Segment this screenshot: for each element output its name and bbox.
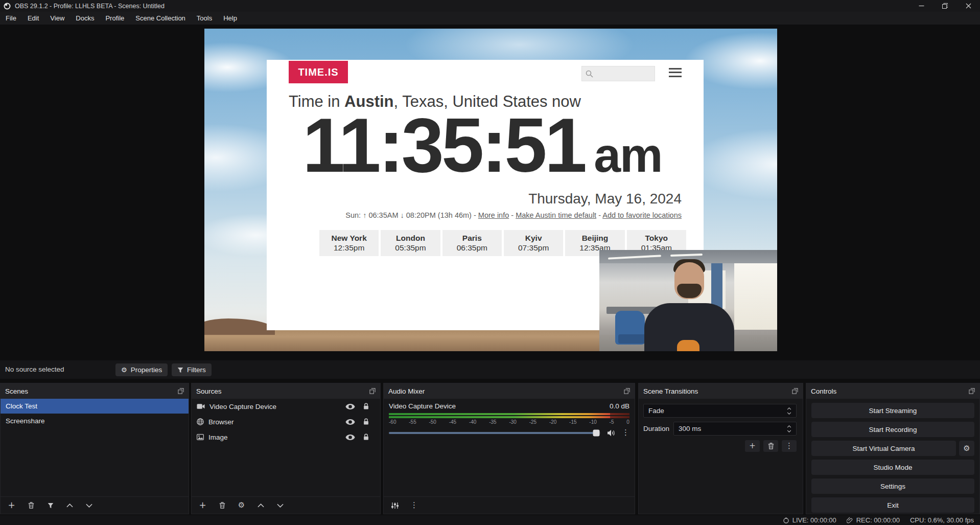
clock-time: 11:35:51 xyxy=(302,102,585,188)
add-source-button[interactable]: + xyxy=(196,499,209,512)
move-scene-down-button[interactable] xyxy=(82,499,96,512)
volume-slider[interactable] xyxy=(389,432,600,434)
mixer-menu-button[interactable]: ⋮ xyxy=(407,499,421,512)
restore-button[interactable] xyxy=(933,0,956,12)
separator: - xyxy=(596,211,602,219)
rec-status: REC: 00:00:00 xyxy=(847,516,900,524)
exit-button[interactable]: Exit xyxy=(811,497,974,513)
menu-item-edit[interactable]: Edit xyxy=(22,12,44,25)
city-time: 07:35pm xyxy=(504,243,563,253)
volume-slider-handle[interactable] xyxy=(593,429,599,436)
office-window xyxy=(734,263,777,330)
hamburger-menu-icon xyxy=(669,68,682,77)
filters-button[interactable]: Filters xyxy=(172,363,212,376)
start-virtual-camera-button[interactable]: Start Virtual Camera xyxy=(811,441,956,456)
properties-label: Properties xyxy=(131,366,162,374)
menu-bar: File Edit View Docks Profile Scene Colle… xyxy=(0,12,980,25)
transitions-toolbar: + ⋮ xyxy=(745,440,797,452)
audio-mixer-header[interactable]: Audio Mixer xyxy=(384,383,635,399)
move-source-down-button[interactable] xyxy=(273,499,287,512)
source-item-browser[interactable]: Browser xyxy=(192,414,380,429)
filters-label: Filters xyxy=(187,366,206,374)
move-scene-up-button[interactable] xyxy=(63,499,77,512)
settings-button[interactable]: Settings xyxy=(811,478,974,494)
source-item-video-capture[interactable]: Video Capture Device xyxy=(192,399,380,414)
status-bar: LIVE: 00:00:00 REC: 00:00:00 CPU: 0.6%, … xyxy=(0,515,980,525)
source-item-image[interactable]: Image xyxy=(192,429,380,445)
lock-icon[interactable] xyxy=(363,418,369,425)
title-bar: OBS 29.1.2 - Profile: LLHLS BETA - Scene… xyxy=(0,0,980,12)
source-label: Image xyxy=(208,433,228,441)
live-timer: LIVE: 00:00:00 xyxy=(792,516,836,524)
transition-select[interactable]: Fade xyxy=(643,404,797,418)
webcam-person-shirt xyxy=(677,340,699,351)
scene-transitions-header[interactable]: Scene Transitions xyxy=(639,383,803,399)
scene-item-screenshare[interactable]: Screenshare xyxy=(1,414,189,428)
dock-popout-icon[interactable] xyxy=(969,388,975,394)
preview-area: TIME.IS Time in Austin, Texas, United St… xyxy=(0,25,980,359)
scene-filters-button[interactable] xyxy=(43,499,57,512)
visibility-eye-icon[interactable] xyxy=(345,403,355,410)
scene-item-clock-test[interactable]: Clock Test xyxy=(1,399,189,414)
dock-popout-icon[interactable] xyxy=(624,388,630,394)
audio-mixer-toolbar: ⋮ xyxy=(384,496,635,514)
mixer-source-menu-button[interactable]: ⋮ xyxy=(622,429,629,437)
spin-arrows-icon[interactable] xyxy=(787,425,791,432)
mixer-db-value: 0.0 dB xyxy=(610,402,629,410)
menu-item-tools[interactable]: Tools xyxy=(191,12,218,25)
preview-canvas[interactable]: TIME.IS Time in Austin, Texas, United St… xyxy=(204,29,777,351)
source-properties-gear-button[interactable]: ⚙ xyxy=(235,499,248,512)
dock-popout-icon[interactable] xyxy=(369,388,376,394)
dock-popout-icon[interactable] xyxy=(178,388,184,394)
menu-item-file[interactable]: File xyxy=(0,12,22,25)
source-label: Video Capture Device xyxy=(209,403,276,410)
sources-panel-header[interactable]: Sources xyxy=(192,383,380,399)
menu-item-help[interactable]: Help xyxy=(218,12,243,25)
city-tile-paris: Paris 06:35pm xyxy=(442,230,502,256)
search-icon xyxy=(586,70,593,78)
start-streaming-button[interactable]: Start Streaming xyxy=(811,403,974,418)
virtual-camera-config-button[interactable]: ⚙ xyxy=(959,441,974,456)
dock-popout-icon[interactable] xyxy=(792,388,798,394)
menu-item-docks[interactable]: Docks xyxy=(70,12,100,25)
scenes-panel-header[interactable]: Scenes xyxy=(1,383,189,399)
advanced-audio-button[interactable] xyxy=(388,499,402,512)
transition-properties-menu-button[interactable]: ⋮ xyxy=(782,440,797,452)
panel-title: Audio Mixer xyxy=(388,387,425,395)
add-scene-button[interactable]: + xyxy=(5,499,18,512)
lock-icon[interactable] xyxy=(363,403,369,410)
big-clock: 11:35:51am xyxy=(302,107,662,184)
move-source-up-button[interactable] xyxy=(254,499,268,512)
city-name: Paris xyxy=(442,234,502,243)
visibility-eye-icon[interactable] xyxy=(345,419,355,425)
sun-times-text: Sun: ↑ 06:35AM ↓ 08:20PM (13h 46m) - xyxy=(345,211,478,219)
duration-spinbox[interactable]: 300 ms xyxy=(673,422,797,436)
window-controls xyxy=(909,0,980,12)
lock-icon[interactable] xyxy=(363,433,369,441)
menu-item-view[interactable]: View xyxy=(44,12,70,25)
properties-button[interactable]: ⚙ Properties xyxy=(115,363,168,376)
menu-item-scene-collection[interactable]: Scene Collection xyxy=(130,12,191,25)
studio-mode-button[interactable]: Studio Mode xyxy=(811,460,974,475)
city-name: Kyiv xyxy=(504,234,563,243)
minimize-button[interactable] xyxy=(909,0,933,12)
start-recording-button[interactable]: Start Recording xyxy=(811,422,974,437)
webcam-source[interactable] xyxy=(599,250,777,351)
controls-panel: Controls Start Streaming Start Recording… xyxy=(806,383,980,514)
menu-item-profile[interactable]: Profile xyxy=(100,12,130,25)
remove-scene-button[interactable] xyxy=(24,499,38,512)
remove-transition-button[interactable] xyxy=(763,440,778,452)
separator: - xyxy=(509,211,516,219)
panel-title: Controls xyxy=(811,387,836,395)
visibility-eye-icon[interactable] xyxy=(345,434,355,441)
close-button[interactable] xyxy=(956,0,980,12)
video-capture-icon xyxy=(197,403,205,409)
add-transition-button[interactable]: + xyxy=(745,440,760,452)
speaker-icon[interactable] xyxy=(607,429,615,437)
meter-scale: -60-55-50-45-40-35-30-25-20-15-10-50 xyxy=(389,419,629,425)
controls-header[interactable]: Controls xyxy=(806,383,979,399)
volume-meter-bar-left xyxy=(389,413,629,415)
remove-source-button[interactable] xyxy=(215,499,229,512)
sources-panel: Sources Video Capture Device xyxy=(191,383,381,514)
audio-mixer-panel: Audio Mixer Video Capture Device 0.0 dB … xyxy=(383,383,635,514)
